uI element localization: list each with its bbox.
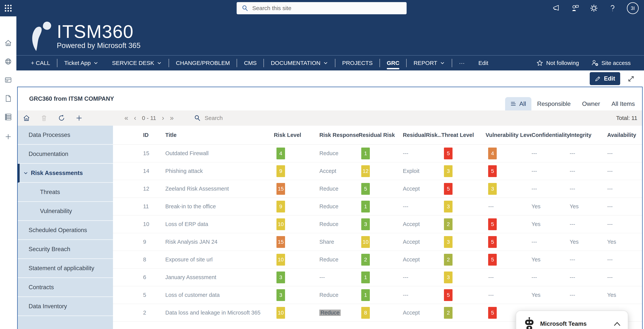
- risk-badge: 10: [276, 307, 285, 319]
- first-page-button[interactable]: «: [124, 115, 128, 121]
- home-icon[interactable]: [22, 114, 31, 122]
- table-row[interactable]: 5Loss of customer data3Reduce1---5---Yes…: [113, 286, 642, 304]
- nav-item-edit[interactable]: Edit: [472, 56, 495, 70]
- account-avatar[interactable]: 3I: [627, 2, 639, 14]
- nav-item-projects[interactable]: PROJECTS: [335, 56, 380, 70]
- sidebar-item-vulnerability[interactable]: Vulnerability: [18, 202, 113, 221]
- nav-item-label: CMS: [244, 60, 257, 66]
- risk-badge: 10: [276, 254, 285, 266]
- sidebar-item-data-processes[interactable]: Data Processes: [18, 126, 113, 145]
- nav-item-item[interactable]: ···: [452, 56, 472, 70]
- cell-integrity: ---: [570, 257, 607, 263]
- list-search[interactable]: Search: [194, 115, 223, 121]
- cell-risk-response: Share: [319, 239, 358, 245]
- table-row[interactable]: 11Break-in to the office9Reduce1---3---Y…: [113, 198, 642, 216]
- column-header-confidentiality[interactable]: Confidentiality: [532, 132, 570, 138]
- risk-response-text: ---: [319, 274, 325, 280]
- settings-icon[interactable]: [590, 4, 598, 12]
- follow-button[interactable]: Not following: [536, 60, 579, 66]
- sidebar-item-risk-assessments[interactable]: Risk Assessments: [18, 164, 113, 183]
- add-icon[interactable]: [0, 131, 16, 142]
- chevron-down-icon: [440, 60, 445, 65]
- table-row[interactable]: 6January Assessment3---1---3------------: [113, 269, 642, 286]
- tab-owner[interactable]: Owner: [576, 97, 606, 110]
- home-icon[interactable]: [0, 37, 16, 49]
- chevron-up-icon[interactable]: [613, 321, 621, 327]
- sidebar-item-contracts[interactable]: Contracts: [18, 278, 113, 297]
- table-row[interactable]: 10Loss of ERP data10Reduce3Accept25Yes--…: [113, 216, 642, 233]
- trash-icon[interactable]: [40, 114, 48, 122]
- column-header-risk-level[interactable]: Risk Level: [274, 132, 319, 138]
- tab-all[interactable]: All: [505, 97, 532, 110]
- cell-vulnerability-level: 3: [486, 183, 532, 195]
- tab-all-items[interactable]: All Items: [606, 97, 640, 110]
- cell-risk-level: 3: [274, 289, 319, 301]
- edit-page-button[interactable]: Edit: [590, 72, 620, 85]
- cell-vulnerability-level: 5: [486, 165, 532, 177]
- help-icon[interactable]: [608, 4, 617, 12]
- cell-threat-level: 3: [441, 201, 486, 213]
- table-row[interactable]: 8Exposure of site url10Reduce2Accept25Ye…: [113, 251, 642, 269]
- cell-residual-risk-response: ---: [403, 292, 441, 298]
- nav-item-label: DOCUMENTATION: [271, 60, 320, 66]
- column-header-residual-risk[interactable]: Residual Risk: [358, 132, 403, 138]
- empty-value: ---: [488, 292, 494, 298]
- sidebar-item-data-inventory[interactable]: Data Inventory: [18, 297, 113, 316]
- prev-page-button[interactable]: ‹: [134, 115, 136, 121]
- risk-response-text: Reduce: [319, 257, 338, 263]
- cell-vulnerability-level: ---: [486, 292, 532, 298]
- cell-risk-level: 10: [274, 254, 319, 266]
- table-row[interactable]: 15Outdated Firewall4Reduce1---54--------…: [113, 145, 642, 162]
- column-header-availability[interactable]: Availability: [607, 132, 642, 138]
- table-row[interactable]: 14Phishing attack9Accept12Exploit35-----…: [113, 162, 642, 180]
- nav-item-cms[interactable]: CMS: [237, 56, 264, 70]
- risk-badge: 3: [444, 201, 452, 213]
- add-icon[interactable]: [75, 114, 83, 122]
- logo-text: ITSM360: [57, 22, 140, 41]
- list-toolbar: « ‹ 0 - 11 › » Search Total: 11: [18, 110, 642, 126]
- column-header-title[interactable]: Title: [166, 132, 274, 138]
- cell-risk-response: Accept: [319, 168, 358, 174]
- column-header-integrity[interactable]: Integrity: [570, 132, 607, 138]
- database-icon[interactable]: [0, 111, 16, 123]
- nav-item-ticket-app[interactable]: Ticket App: [57, 56, 105, 70]
- column-header-threat-level[interactable]: Threat Level: [441, 132, 486, 138]
- nav-item-documentation[interactable]: DOCUMENTATION: [264, 56, 335, 70]
- nav-item-report[interactable]: REPORT: [406, 56, 452, 70]
- app-launcher-icon[interactable]: [0, 0, 16, 16]
- announcements-icon[interactable]: [552, 4, 561, 12]
- sidebar-item-partial: [18, 316, 113, 329]
- nav-item-service-desk[interactable]: SERVICE DESK: [105, 56, 168, 70]
- card-icon[interactable]: [0, 74, 16, 86]
- table-row[interactable]: 9Risk Analysis JAN 2415Share10Accept35--…: [113, 233, 642, 251]
- column-header-residualrisk[interactable]: ResidualRisk...: [403, 132, 441, 138]
- sidebar-item-statement-of-applicability[interactable]: Statement of applicability: [18, 259, 113, 278]
- sidebar-item-documentation[interactable]: Documentation: [18, 145, 113, 164]
- column-header-id[interactable]: ID: [143, 132, 166, 138]
- sidebar-item-security-breach[interactable]: Security Breach: [18, 240, 113, 259]
- sidebar-item-threats[interactable]: Threats: [18, 183, 113, 202]
- risk-badge: 5: [361, 183, 370, 195]
- nav-item-grc[interactable]: GRC: [380, 56, 406, 70]
- globe-icon[interactable]: [0, 56, 16, 67]
- cell-threat-level: 3: [441, 165, 486, 177]
- cell-residual-risk: 1: [358, 201, 403, 213]
- suite-top-bar: 3I: [0, 0, 644, 16]
- tab-responsible[interactable]: Responsible: [532, 97, 576, 110]
- search-input[interactable]: [252, 5, 386, 11]
- column-header-risk-response[interactable]: Risk Response: [319, 132, 358, 138]
- refresh-icon[interactable]: [57, 114, 66, 122]
- table-row[interactable]: 12Zeeland Risk Assessment15Reduce5Accept…: [113, 180, 642, 198]
- document-icon[interactable]: [0, 93, 16, 104]
- teams-popup[interactable]: Microsoft Teams: [516, 311, 628, 329]
- last-page-button[interactable]: »: [170, 115, 174, 121]
- risk-badge: 10: [361, 236, 370, 248]
- nav-item-change-problem[interactable]: CHANGE/PROBLEM: [169, 56, 237, 70]
- next-page-button[interactable]: ›: [162, 115, 164, 121]
- expand-icon[interactable]: [626, 74, 636, 83]
- site-access-button[interactable]: Site access: [591, 59, 631, 67]
- column-header-vulnerability-level[interactable]: Vulnerability Level: [486, 132, 532, 138]
- sidebar-item-scheduled-operations[interactable]: Scheduled Operations: [18, 221, 113, 240]
- feedback-icon[interactable]: [571, 4, 580, 12]
- nav-item-call[interactable]: + CALL: [24, 56, 57, 70]
